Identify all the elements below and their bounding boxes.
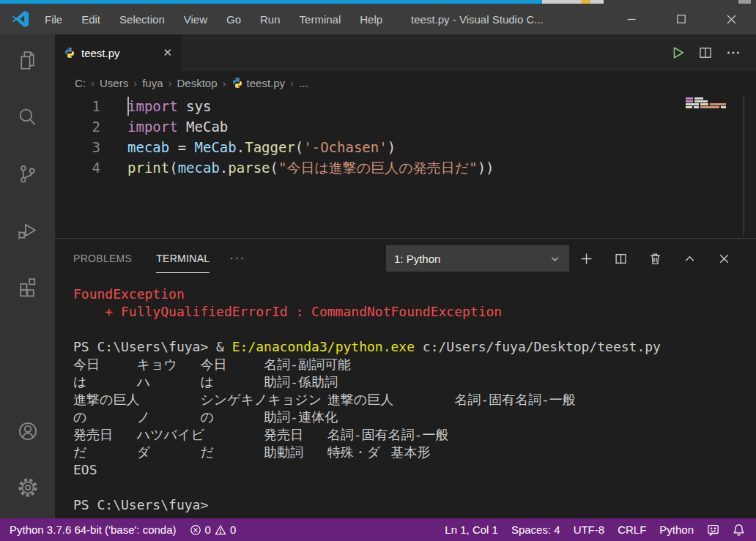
run-and-debug-icon[interactable] <box>15 217 40 242</box>
panel-header: PROBLEMSTERMINAL ··· 1: Python <box>55 239 756 278</box>
encoding[interactable]: UTF-8 <box>567 523 612 536</box>
editor-actions <box>664 34 756 71</box>
menu-view[interactable]: View <box>174 4 217 34</box>
line-number: 1 <box>55 96 100 116</box>
cursor-position[interactable]: Ln 1, Col 1 <box>438 523 505 536</box>
activitybar <box>0 34 55 518</box>
account-icon[interactable] <box>15 419 40 444</box>
minimap[interactable] <box>686 97 731 109</box>
vscode-window: FileEditSelectionViewGoRunTerminalHelp t… <box>0 0 756 541</box>
breadcrumb-item[interactable]: C: <box>75 77 86 89</box>
line-number: 3 <box>55 137 100 157</box>
panel: PROBLEMSTERMINAL ··· 1: Python <box>55 238 756 518</box>
explorer-icon[interactable] <box>15 48 40 73</box>
terminal-line: 今日 キョウ 今日 名詞-副詞可能 <box>73 356 756 373</box>
close-panel-icon[interactable] <box>707 245 741 272</box>
more-actions-icon[interactable] <box>719 34 747 71</box>
tabbar: teest.py ✕ <box>55 34 756 71</box>
editor-area: teest.py ✕ C:› <box>55 34 756 238</box>
language-mode[interactable]: Python <box>653 523 700 536</box>
terminal-output: FoundException + FullyQualifiedErrorId :… <box>73 286 756 514</box>
split-terminal-icon[interactable] <box>604 245 638 272</box>
line-number: 2 <box>55 116 100 137</box>
terminal-select-value: 1: Python <box>394 253 440 265</box>
menubar: FileEditSelectionViewGoRunTerminalHelp <box>35 4 392 34</box>
maximize-panel-chevron-up-icon[interactable] <box>672 245 707 272</box>
source-control-icon[interactable] <box>15 161 40 186</box>
menu-run[interactable]: Run <box>251 4 290 34</box>
menu-file[interactable]: File <box>35 4 72 34</box>
panel-actions <box>569 245 741 272</box>
feedback-smiley-icon[interactable] <box>700 523 726 536</box>
run-button[interactable] <box>664 34 692 71</box>
menu-help[interactable]: Help <box>350 4 392 34</box>
terminal-line: + FullyQualifiedErrorId : CommandNotFoun… <box>73 303 756 321</box>
code-line: 3mecab = MeCab.Tagger('-Ochasen') <box>55 137 756 157</box>
terminal-select-dropdown[interactable]: 1: Python <box>386 245 569 272</box>
python-interpreter-status[interactable]: Python 3.7.6 64-bit ('base': conda) <box>3 523 183 536</box>
notifications-bell-icon[interactable] <box>726 523 752 536</box>
statusbar-right: Ln 1, Col 1Spaces: 4UTF-8CRLFPython <box>438 523 756 536</box>
text-cursor <box>127 97 129 116</box>
terminal-line: PS C:\Users\fuya> <box>73 496 756 514</box>
workbench: teest.py ✕ C:› <box>0 34 756 518</box>
warning-icon <box>215 524 226 536</box>
tab-label: teest.py <box>81 47 120 59</box>
code-line: 4print(mecab.parse("今日は進撃の巨人の発売日だ")) <box>55 157 756 178</box>
menu-go[interactable]: Go <box>217 4 251 34</box>
breadcrumb: C:›Users›fuya›Desktop›teest.py›... <box>55 71 756 94</box>
window-controls <box>607 4 756 34</box>
statusbar: Python 3.7.6 64-bit ('base': conda) 0 0 … <box>0 518 756 541</box>
terminal-line: は ハ は 助詞-係助詞 <box>73 373 756 391</box>
error-count: 0 <box>205 523 211 536</box>
breadcrumb-item[interactable]: Users <box>100 77 128 89</box>
close-window-button[interactable] <box>706 4 756 34</box>
breadcrumb-item[interactable]: teest.py <box>231 77 286 89</box>
menu-selection[interactable]: Selection <box>110 4 174 34</box>
breadcrumb-item[interactable]: fuya <box>142 77 163 89</box>
terminal-line: PS C:\Users\fuya> & E:/anaconda3/python.… <box>73 338 756 356</box>
chevron-down-icon <box>549 253 560 264</box>
eol-sequence[interactable]: CRLF <box>611 523 653 536</box>
code-line: 1import sys <box>55 96 756 116</box>
terminal-line: 進撃の巨人 シンゲキノキョジン 進撃の巨人 名詞-固有名詞-一般 <box>73 391 756 408</box>
code-lines: 1import sys2import MeCab3mecab = MeCab.T… <box>55 96 756 178</box>
split-editor-button[interactable] <box>692 34 719 71</box>
window-title: teest.py - Visual Studio C... <box>411 13 544 26</box>
close-tab-icon[interactable]: ✕ <box>163 46 172 59</box>
statusbar-left: Python 3.7.6 64-bit ('base': conda) 0 0 <box>0 523 242 536</box>
code-line: 2import MeCab <box>55 116 756 137</box>
python-icon <box>64 47 75 59</box>
terminal-line: EOS <box>73 461 756 479</box>
extensions-icon[interactable] <box>15 274 40 299</box>
tab-teest-py[interactable]: teest.py ✕ <box>55 34 181 71</box>
titlebar: FileEditSelectionViewGoRunTerminalHelp t… <box>0 4 756 34</box>
problems-status[interactable]: 0 0 <box>183 523 243 536</box>
overview-ruler <box>744 96 744 235</box>
settings-gear-icon[interactable] <box>15 475 40 500</box>
code-editor[interactable]: 1import sys2import MeCab3mecab = MeCab.T… <box>55 94 756 238</box>
search-icon[interactable] <box>15 105 40 130</box>
chevron-right-icon: › <box>290 77 294 89</box>
kill-terminal-trash-icon[interactable] <box>638 245 672 272</box>
panel-tabs: PROBLEMSTERMINAL <box>73 244 234 273</box>
new-terminal-icon[interactable] <box>569 245 604 272</box>
breadcrumb-item[interactable]: ... <box>299 77 308 89</box>
chevron-right-icon: › <box>168 77 172 89</box>
terminal[interactable]: FoundException + FullyQualifiedErrorId :… <box>55 278 756 518</box>
minimize-button[interactable] <box>607 4 656 34</box>
panel-tab-terminal[interactable]: TERMINAL <box>156 244 210 273</box>
breadcrumb-item[interactable]: Desktop <box>177 77 218 89</box>
chevron-right-icon: › <box>133 77 137 89</box>
error-icon <box>190 524 201 536</box>
panel-more-icon[interactable]: ··· <box>229 252 245 265</box>
activitybar-bottom <box>15 419 40 518</box>
menu-terminal[interactable]: Terminal <box>290 4 351 34</box>
panel-tab-problems[interactable]: PROBLEMS <box>73 244 132 273</box>
vscode-logo-icon <box>12 10 31 29</box>
terminal-line: の ノ の 助詞-連体化 <box>73 408 756 426</box>
menu-edit[interactable]: Edit <box>72 4 110 34</box>
indentation[interactable]: Spaces: 4 <box>505 523 567 536</box>
chevron-right-icon: › <box>223 77 226 89</box>
maximize-button[interactable] <box>656 4 706 34</box>
